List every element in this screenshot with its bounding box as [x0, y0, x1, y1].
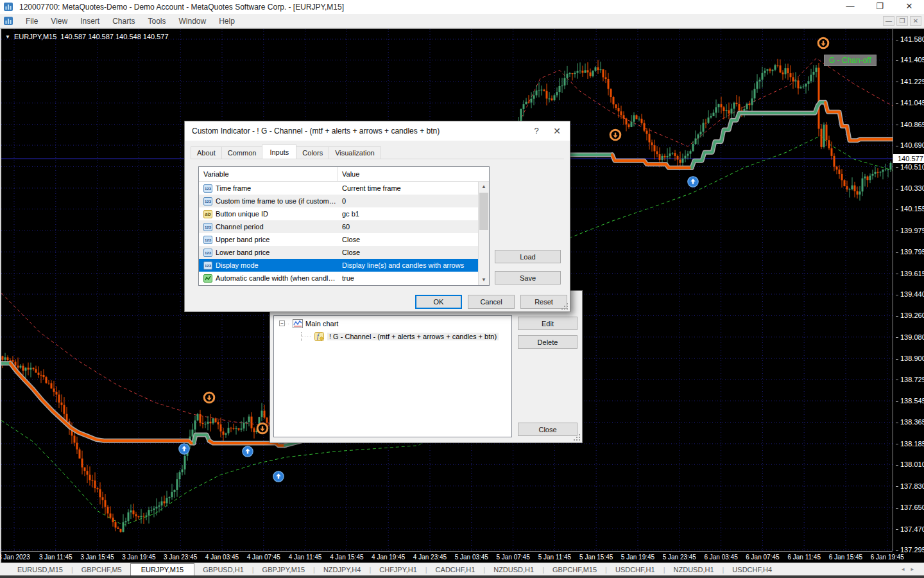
symbol-tab-cadchf-h1[interactable]: CADCHF,H1	[427, 565, 484, 575]
num-type-icon: 123	[203, 236, 212, 244]
scroll-down-icon[interactable]: ▼	[479, 275, 489, 285]
symbol-tab-gbpchf-m15[interactable]: GBPCHF,M15	[544, 565, 605, 575]
num-type-icon: 123	[203, 197, 212, 206]
price-axis-label: 137.650	[896, 504, 924, 511]
dialog-tab-visualization[interactable]: Visualization	[329, 146, 381, 159]
variable-value[interactable]: true	[338, 272, 489, 285]
price-axis-label: 138.365	[896, 418, 924, 426]
dialog-tab-common[interactable]: Common	[221, 146, 263, 159]
variable-value[interactable]: Current time frame	[338, 182, 489, 195]
menu-file[interactable]: File	[19, 17, 44, 26]
column-value[interactable]: Value	[338, 167, 489, 181]
resize-grip[interactable]	[561, 303, 568, 310]
chan-toggle-button[interactable]: G - Chan-off	[824, 55, 877, 66]
column-variable[interactable]: Variable	[199, 167, 338, 181]
price-axis-label: 137.830	[896, 482, 924, 490]
cancel-button[interactable]: Cancel	[468, 295, 515, 309]
minimize-icon[interactable]: —	[835, 0, 865, 14]
dialog-tab-inputs[interactable]: Inputs	[262, 144, 296, 159]
menu-help[interactable]: Help	[212, 17, 241, 26]
str-type-icon: ab	[203, 210, 212, 218]
symbol-tab-gbpchf-m5[interactable]: GBPCHF,M5	[73, 565, 130, 575]
custom-indicator-dialog: Custom Indicator - ! G - Channel - (mtf …	[184, 121, 570, 312]
symbol-tab-eurusd-m15[interactable]: EURUSD,M15	[9, 565, 71, 575]
scrollbar-thumb[interactable]	[479, 193, 488, 230]
menu-tools[interactable]: Tools	[142, 17, 173, 26]
input-row[interactable]: Automatic candle width (when candles...t…	[199, 272, 489, 285]
scroll-up-icon[interactable]: ▲	[479, 182, 489, 192]
indicators-tree: − ·· Main chart ···· f ! G - Channel - (…	[273, 315, 512, 437]
tree-collapse-icon[interactable]: −	[279, 320, 285, 326]
dialog-tab-colors[interactable]: Colors	[296, 146, 329, 159]
input-row[interactable]: 123Lower band priceClose	[199, 246, 489, 259]
variable-value[interactable]: gc b1	[338, 207, 489, 220]
variable-value[interactable]: 0	[338, 195, 489, 207]
symbol-tab-gbpjpy-m15[interactable]: GBPJPY,M15	[254, 565, 313, 575]
symbol-tab-nzdusd-h1[interactable]: NZDUSD,H1	[665, 565, 723, 575]
input-row[interactable]: abButton unique IDgc b1	[199, 207, 489, 220]
time-axis-label: 5 Jan 07:45	[496, 554, 529, 561]
symbol-tab-chfjpy-h1[interactable]: CHFJPY,H1	[371, 565, 425, 575]
edit-button[interactable]: Edit	[518, 317, 578, 330]
input-row[interactable]: 123Time frameCurrent time frame	[199, 182, 489, 195]
chevron-down-icon[interactable]: ▼	[5, 34, 10, 40]
close-icon[interactable]: ✕	[894, 0, 924, 14]
tab-scroll-arrows[interactable]: ◂▸	[902, 566, 920, 572]
arrow-up-marker	[243, 446, 253, 457]
table-header: Variable Value	[199, 167, 489, 182]
save-button[interactable]: Save	[495, 271, 561, 285]
time-axis: 3 Jan 20233 Jan 11:453 Jan 15:453 Jan 19…	[1, 551, 893, 563]
input-row[interactable]: 123Custom time frame to use (if custom t…	[199, 195, 489, 207]
help-icon[interactable]: ?	[526, 121, 547, 141]
symbol-tab-gbpusd-h1[interactable]: GBPUSD,H1	[194, 565, 252, 575]
input-row[interactable]: 123Channel period60	[199, 220, 489, 233]
price-axis-label: 140.865	[896, 121, 924, 128]
variable-value[interactable]: 60	[338, 220, 489, 233]
resize-grip[interactable]	[574, 434, 580, 441]
chart-header: ▼ EURJPY,M15 140.587 140.587 140.548 140…	[5, 33, 169, 40]
restore-icon[interactable]: ❐	[865, 0, 894, 14]
child-minimize-icon[interactable]: —	[883, 16, 894, 26]
symbol-tab-eurjpy-m15[interactable]: EURJPY,M15	[130, 563, 194, 576]
reset-button[interactable]: Reset	[520, 295, 567, 309]
price-axis-label: 140.330	[896, 184, 924, 192]
menu-window[interactable]: Window	[173, 17, 213, 26]
symbol-tab-usdchf-h4[interactable]: USDCHF,H4	[724, 565, 780, 575]
price-axis-label: 141.580	[896, 35, 924, 43]
variable-value[interactable]: Close	[338, 246, 489, 259]
variable-value[interactable]: Display line(s) and candles with arrows	[338, 259, 489, 272]
dialog-tab-about[interactable]: About	[191, 146, 222, 159]
input-row[interactable]: 123Display modeDisplay line(s) and candl…	[199, 259, 489, 272]
variable-value[interactable]: Close	[338, 233, 489, 246]
tree-item-indicator[interactable]: ···· f ! G - Channel - (mtf + alerts + a…	[293, 331, 511, 342]
symbol-tab-nzdjpy-h4[interactable]: NZDJPY,H4	[315, 565, 369, 575]
tree-item-main-chart[interactable]: − ·· Main chart	[274, 318, 511, 329]
arrow-up-marker	[688, 177, 698, 187]
price-axis-label: 138.545	[896, 397, 924, 405]
child-close-icon[interactable]: ✕	[910, 16, 921, 26]
variable-name: Display mode	[216, 259, 259, 272]
close-icon[interactable]: ✕	[547, 121, 567, 141]
dialog-title: Custom Indicator - ! G - Channel - (mtf …	[192, 127, 440, 136]
load-button[interactable]: Load	[495, 250, 561, 263]
close-button[interactable]: Close	[518, 423, 578, 436]
child-restore-icon[interactable]: ❐	[896, 16, 908, 26]
menu-charts[interactable]: Charts	[106, 17, 141, 26]
current-price-tag: 140.577	[893, 154, 924, 163]
time-axis-label: 6 Jan 19:45	[871, 554, 904, 561]
time-axis-label: 3 Jan 11:45	[39, 554, 73, 561]
price-axis-label: 139.615	[896, 270, 924, 277]
symbol-tab-nzdusd-h1[interactable]: NZDUSD,H1	[485, 565, 542, 575]
table-scrollbar[interactable]: ▲ ▼	[478, 182, 489, 285]
menu-view[interactable]: View	[44, 17, 74, 26]
window-bottom-edge	[0, 575, 924, 578]
ok-button[interactable]: OK	[415, 295, 462, 309]
menu-insert[interactable]: Insert	[74, 17, 106, 26]
symbol-tab-usdchf-h1[interactable]: USDCHF,H1	[607, 565, 663, 575]
symbol-tabbar: EURUSD,M15|GBPCHF,M5EURJPY,M15GBPUSD,H1|…	[0, 563, 924, 575]
delete-button[interactable]: Delete	[518, 335, 578, 349]
time-axis-label: 4 Jan 11:45	[289, 554, 322, 561]
input-row[interactable]: 123Upper band priceClose	[199, 233, 489, 246]
time-axis-label: 6 Jan 03:45	[704, 554, 737, 561]
num-type-icon: 123	[203, 223, 212, 231]
